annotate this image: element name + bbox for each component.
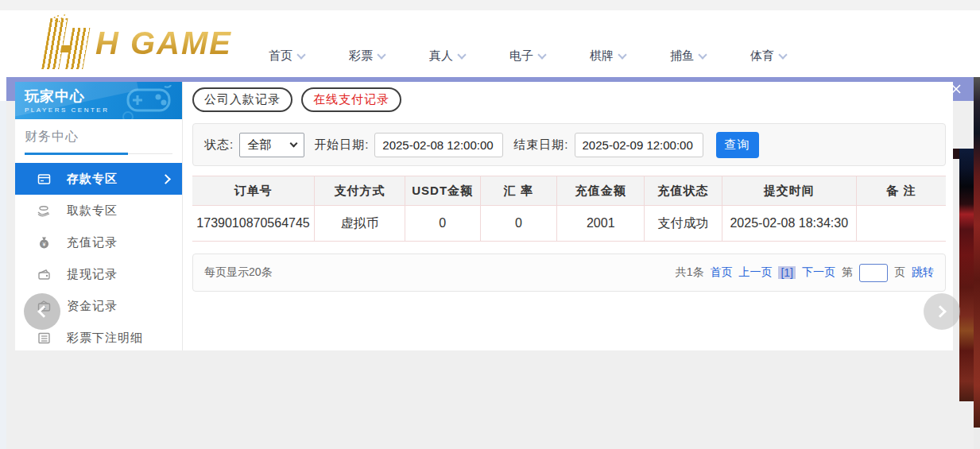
sidebar-item-withdraw-records[interactable]: 提现记录 [15,258,182,290]
prev-page-link[interactable]: 上一页 [738,265,772,280]
end-date-label: 结束日期: [513,137,568,153]
top-strip [0,0,980,10]
cell-recharge-amount: 2001 [557,206,645,242]
cell-submit-time: 2025-02-08 18:34:30 [722,206,856,242]
chevron-down-icon [537,50,546,59]
cell-recharge-status: 支付成功 [645,206,722,242]
cell-rate: 0 [480,206,557,242]
start-date-label: 开始日期: [314,137,369,153]
deposit-card-icon [37,172,51,186]
jump-label-pre: 第 [842,265,853,280]
chevron-down-icon [457,50,466,59]
sidebar-section: 财务中心 [25,129,172,154]
wallet-icon [37,267,51,281]
background-banner-right [959,149,974,401]
cell-order-no: 1739010870564745 [192,206,315,242]
status-label: 状态: [204,137,234,153]
filter-bar: 状态: 全部 开始日期: 结束日期: 查询 [192,123,946,166]
svg-text:¥: ¥ [42,241,45,246]
per-page-text: 每页显示20条 [204,265,273,280]
table-row: 1739010870564745 虚拟币 0 0 2001 支付成功 2025-… [192,206,946,242]
logo-h-mark-icon [37,15,97,71]
nav-item-live[interactable]: 真人 [429,48,465,64]
tab-company-deposit-records[interactable]: 公司入款记录 [192,87,292,112]
start-date-input[interactable] [374,133,503,157]
records-table: 订单号 支付方式 USDT金额 汇 率 充值金额 充值状态 提交时间 备 注 1… [192,176,946,242]
first-page-link[interactable]: 首页 [710,265,732,280]
col-recharge-status: 充值状态 [645,176,722,206]
chevron-down-icon [698,50,707,59]
sidebar-title: 玩家中心 [25,87,182,106]
pagination-controls: 共1条 首页 上一页 [1] 下一页 第 页 跳转 [676,264,934,282]
col-order-no: 订单号 [192,176,315,206]
sidebar-item-withdraw-zone[interactable]: 取款专区 [15,195,182,226]
sidebar-item-deposit-zone[interactable]: 存款专区 [15,163,182,195]
player-center-panel: 玩家中心 PLAYERS CENTER 财务中心 存款专区 取款专区 [15,82,953,350]
cell-usdt-amount: 0 [405,206,480,242]
nav-item-board[interactable]: 棋牌 [590,48,626,64]
select-chevron-icon [290,140,298,148]
page-number-input[interactable] [859,264,888,282]
col-usdt-amount: USDT金额 [405,176,480,206]
moneybag-icon: ¥ [37,235,51,250]
sidebar-header: 玩家中心 PLAYERS CENTER [15,82,182,119]
cell-pay-method: 虚拟币 [315,206,405,242]
status-select[interactable]: 全部 [239,133,304,157]
nav-item-fishing[interactable]: 捕鱼 [670,48,706,64]
next-page-link[interactable]: 下一页 [802,265,835,280]
withdraw-hand-icon [37,203,51,218]
main-content: 公司入款记录 在线支付记录 状态: 全部 开始日期: 结束日期: 查询 [183,82,953,350]
col-pay-method: 支付方式 [315,176,405,206]
record-tabs: 公司入款记录 在线支付记录 [192,87,946,112]
sidebar-subtitle: PLAYERS CENTER [25,106,182,114]
table-header-row: 订单号 支付方式 USDT金额 汇 率 充值金额 充值状态 提交时间 备 注 [192,176,946,206]
current-page-indicator: [1] [778,266,796,279]
cell-remark [856,206,946,242]
col-recharge-amount: 充值金额 [557,176,645,206]
chevron-down-icon [377,50,385,59]
nav-item-home[interactable]: 首页 [269,48,304,64]
carousel-next-button[interactable] [924,293,960,330]
tab-online-payment-records[interactable]: 在线支付记录 [301,87,401,112]
total-count-text: 共1条 [676,265,704,280]
sidebar-section-label: 财务中心 [25,130,79,143]
jump-link[interactable]: 跳转 [912,265,934,280]
col-submit-time: 提交时间 [722,176,856,206]
chevron-down-icon [778,50,787,59]
nav-item-slots[interactable]: 电子 [509,48,545,64]
pagination-bar: 每页显示20条 共1条 首页 上一页 [1] 下一页 第 页 跳转 [192,254,946,292]
chevron-down-icon [296,50,305,59]
search-button[interactable]: 查询 [716,132,759,158]
page: H GAME 首页 彩票 真人 电子 棋牌 [0,0,980,449]
list-icon [37,331,51,345]
brand-logo[interactable]: H GAME [41,15,232,71]
chevron-down-icon [618,50,626,59]
jump-label-post: 页 [894,265,905,280]
col-rate: 汇 率 [480,176,557,206]
chevron-right-icon [934,305,947,318]
end-date-input[interactable] [575,133,703,157]
col-remark: 备 注 [856,176,946,206]
right-edge-strip [974,77,980,428]
carousel-prev-button[interactable] [24,293,60,330]
sidebar-item-recharge-records[interactable]: ¥ 充值记录 [15,226,182,258]
site-header: H GAME 首页 彩票 真人 电子 棋牌 [0,10,980,77]
logo-wordmark: H GAME [95,25,232,61]
chevron-left-icon [37,305,50,318]
nav-item-sports[interactable]: 体育 [750,48,786,64]
left-edge-strip [0,101,6,449]
nav-item-lottery[interactable]: 彩票 [349,48,385,64]
right-edge-strip-bottom [974,428,980,449]
main-nav: 首页 彩票 真人 电子 棋牌 捕鱼 [269,48,786,64]
